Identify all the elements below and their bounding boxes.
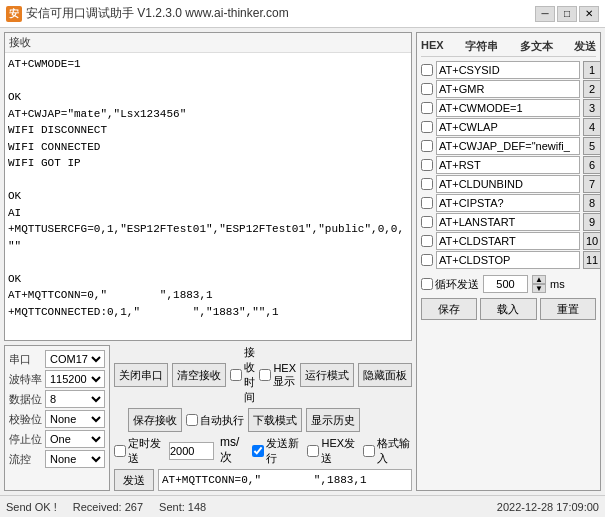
auto-exec-checkbox[interactable]: 自动执行 [186, 413, 244, 428]
multitext-input-4[interactable] [436, 118, 580, 136]
multitext-cb-9[interactable] [421, 216, 433, 228]
flow-row: 流控 None [9, 450, 105, 468]
save-recv-button[interactable]: 保存接收 [128, 408, 182, 432]
multitext-cb-7[interactable] [421, 178, 433, 190]
auto-exec-cb-input[interactable] [186, 414, 198, 426]
multitext-input-1[interactable] [436, 61, 580, 79]
newline-checkbox[interactable]: 发送新行 [252, 436, 301, 466]
received-status: Received: 267 [73, 501, 143, 513]
left-panel: 接收 串口 COM17 波特率 115200 [4, 32, 412, 491]
spin-down-button[interactable]: ▼ [532, 284, 546, 293]
window-controls: ─ □ ✕ [535, 6, 599, 22]
multitext-input-6[interactable] [436, 156, 580, 174]
data-bits-row: 数据位 8 [9, 390, 105, 408]
multitext-send-9[interactable]: 9 [583, 213, 601, 231]
multitext-cb-8[interactable] [421, 197, 433, 209]
multitext-cb-6[interactable] [421, 159, 433, 171]
loop-send-checkbox[interactable]: 循环发送 [421, 277, 479, 292]
send-input[interactable] [158, 469, 412, 491]
multitext-send-8[interactable]: 8 [583, 194, 601, 212]
parity-label: 校验位 [9, 412, 43, 427]
multitext-send-11[interactable]: 11 [583, 251, 601, 269]
multitext-header: HEX 字符串 多文本 发送 [421, 37, 596, 57]
send-col-label: 发送 [574, 39, 596, 54]
clear-recv-button[interactable]: 清空接收 [172, 363, 226, 387]
spin-up-button[interactable]: ▲ [532, 275, 546, 284]
timer-send-checkbox[interactable]: 定时发送 [114, 436, 163, 466]
recv-time-checkbox[interactable]: 接收时间 [230, 345, 255, 405]
hide-panel-button[interactable]: 隐藏面板 [358, 363, 412, 387]
multitext-input-11[interactable] [436, 251, 580, 269]
multitext-cb-4[interactable] [421, 121, 433, 133]
minimize-button[interactable]: ─ [535, 6, 555, 22]
multitext-item-8: 8 [421, 194, 596, 212]
loop-spinner: ▲ ▼ [532, 275, 546, 293]
receive-textarea[interactable] [5, 53, 411, 340]
show-history-button[interactable]: 显示历史 [306, 408, 360, 432]
multitext-send-10[interactable]: 10 [583, 232, 601, 250]
timer-send-cb-input[interactable] [114, 445, 126, 457]
multitext-input-3[interactable] [436, 99, 580, 117]
multitext-item-10: 10 [421, 232, 596, 250]
loop-unit: ms [550, 278, 565, 290]
multitext-title: 多文本 [520, 39, 553, 54]
multitext-send-6[interactable]: 6 [583, 156, 601, 174]
fmt-input-cb-input[interactable] [363, 445, 375, 457]
hex-display-cb-input[interactable] [259, 369, 271, 381]
recv-time-cb-input[interactable] [230, 369, 242, 381]
multitext-send-2[interactable]: 2 [583, 80, 601, 98]
multitext-cb-2[interactable] [421, 83, 433, 95]
serial-group: 串口 COM17 波特率 115200 数据位 8 [4, 345, 110, 491]
load-button[interactable]: 载入 [480, 298, 536, 320]
port-label: 串口 [9, 352, 43, 367]
parity-select[interactable]: None [45, 410, 105, 428]
loop-value-input[interactable] [483, 275, 528, 293]
multitext-cb-1[interactable] [421, 64, 433, 76]
multitext-cb-10[interactable] [421, 235, 433, 247]
send-button[interactable]: 发送 [114, 469, 154, 491]
multitext-send-4[interactable]: 4 [583, 118, 601, 136]
multitext-input-2[interactable] [436, 80, 580, 98]
char-col-label: 字符串 [465, 39, 498, 54]
parity-row: 校验位 None [9, 410, 105, 428]
send-area: 定时发送 ms/次 发送新行 HEX发送 [114, 435, 412, 491]
download-mode-button[interactable]: 下载模式 [248, 408, 302, 432]
title-bar: 安 安信可用口调试助手 V1.2.3.0 www.ai-thinker.com … [0, 0, 605, 28]
fmt-input-checkbox[interactable]: 格式输入 [363, 436, 412, 466]
save-button[interactable]: 保存 [421, 298, 477, 320]
maximize-button[interactable]: □ [557, 6, 577, 22]
multitext-send-1[interactable]: 1 [583, 61, 601, 79]
multitext-cb-3[interactable] [421, 102, 433, 114]
flow-select[interactable]: None [45, 450, 105, 468]
newline-cb-input[interactable] [252, 445, 264, 457]
open-port-button[interactable]: 关闭串口 [114, 363, 168, 387]
status-bar: Send OK ! Received: 267 Sent: 148 2022-1… [0, 495, 605, 517]
timer-value-input[interactable] [169, 442, 214, 460]
multitext-send-5[interactable]: 5 [583, 137, 601, 155]
hex-send-cb-input[interactable] [307, 445, 319, 457]
close-button[interactable]: ✕ [579, 6, 599, 22]
run-mode-button[interactable]: 运行模式 [300, 363, 354, 387]
multitext-input-7[interactable] [436, 175, 580, 193]
multitext-cb-5[interactable] [421, 140, 433, 152]
port-select[interactable]: COM17 [45, 350, 105, 368]
baud-select[interactable]: 115200 [45, 370, 105, 388]
multitext-input-9[interactable] [436, 213, 580, 231]
reset-button[interactable]: 重置 [540, 298, 596, 320]
hex-send-checkbox[interactable]: HEX发送 [307, 436, 357, 466]
multitext-input-8[interactable] [436, 194, 580, 212]
multitext-input-10[interactable] [436, 232, 580, 250]
hex-display-checkbox[interactable]: HEX显示 [259, 362, 296, 389]
datetime-status: 2022-12-28 17:09:00 [497, 501, 599, 513]
multitext-send-7[interactable]: 7 [583, 175, 601, 193]
controls-middle: 关闭串口 清空接收 接收时间 HEX显示 运行模式 隐藏面板 保存接收 [114, 345, 412, 491]
multitext-cb-11[interactable] [421, 254, 433, 266]
multitext-input-5[interactable] [436, 137, 580, 155]
multitext-send-3[interactable]: 3 [583, 99, 601, 117]
multitext-item-5: 5 [421, 137, 596, 155]
multitext-items: 1234567891011 [421, 61, 596, 270]
stop-bits-label: 停止位 [9, 432, 43, 447]
loop-send-cb-input[interactable] [421, 278, 433, 290]
stop-bits-select[interactable]: One [45, 430, 105, 448]
data-bits-select[interactable]: 8 [45, 390, 105, 408]
